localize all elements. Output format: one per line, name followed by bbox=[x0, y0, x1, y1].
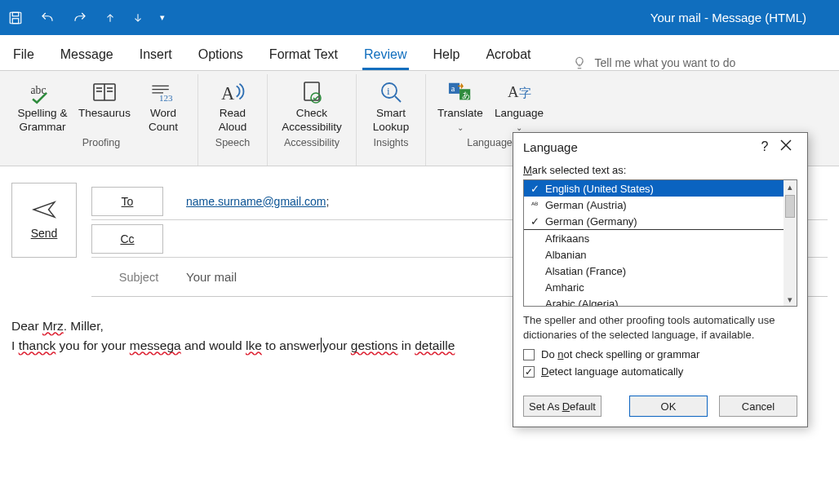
tab-insert[interactable]: Insert bbox=[138, 42, 174, 70]
language-option[interactable]: ✓ German (Germany) bbox=[524, 213, 784, 229]
detect-checkbox-row[interactable]: Detect language automatically bbox=[523, 365, 797, 378]
customize-qat-icon[interactable]: ▾ bbox=[160, 12, 165, 23]
word-count-button[interactable]: 123 WordCount bbox=[134, 74, 193, 135]
nocheck-checkbox-row[interactable]: Do not check spelling or grammar bbox=[523, 348, 797, 360]
language-option[interactable]: Alsatian (France) bbox=[524, 263, 784, 279]
scroll-down-icon[interactable]: ▾ bbox=[788, 293, 792, 306]
save-icon[interactable] bbox=[8, 11, 23, 25]
ribbon-group-insights: i SmartLookup Insights bbox=[357, 74, 426, 166]
scrollbar[interactable]: ▴ ▾ bbox=[784, 180, 797, 306]
window-title: Your mail - Message (HTML) bbox=[650, 11, 806, 24]
down-arrow-icon[interactable] bbox=[132, 11, 144, 25]
dialog-titlebar: Language ? bbox=[513, 133, 807, 161]
language-option[interactable]: ᴬᴮ German (Austria) bbox=[524, 197, 784, 213]
read-aloud-button[interactable]: A ReadAloud bbox=[203, 74, 262, 135]
dialog-buttons: Set As Default OK Cancel bbox=[513, 392, 807, 427]
spellcheck-icon: ✓ bbox=[529, 215, 540, 228]
dialog-title: Language bbox=[523, 140, 578, 154]
spellcheck-icon: ✓ bbox=[529, 183, 540, 195]
svg-rect-1 bbox=[12, 12, 19, 16]
cc-button[interactable]: Cc bbox=[91, 224, 163, 254]
quick-access-toolbar: ▾ bbox=[8, 11, 165, 25]
ribbon-group-speech: A ReadAloud Speech bbox=[198, 74, 268, 166]
close-icon bbox=[780, 139, 792, 151]
svg-text:A: A bbox=[221, 83, 235, 104]
thesaurus-button[interactable]: Thesaurus bbox=[75, 74, 134, 135]
cancel-button[interactable]: Cancel bbox=[719, 396, 797, 417]
lightbulb-icon bbox=[572, 55, 587, 70]
redo-icon[interactable] bbox=[72, 11, 88, 25]
svg-text:a: a bbox=[451, 84, 455, 93]
checkbox-unchecked-icon[interactable] bbox=[523, 349, 535, 360]
title-bar: ▾ Your mail - Message (HTML) bbox=[0, 0, 839, 35]
language-dialog: Language ? Mark selected text as: ✓ Engl… bbox=[513, 132, 808, 427]
checkbox-checked-icon[interactable] bbox=[523, 366, 535, 378]
tab-file[interactable]: File bbox=[11, 42, 36, 70]
up-arrow-icon[interactable] bbox=[104, 11, 116, 25]
send-button[interactable]: Send bbox=[11, 183, 77, 258]
tell-me-search[interactable]: Tell me what you want to do bbox=[572, 55, 736, 70]
chevron-down-icon: ⌄ bbox=[516, 123, 522, 132]
nocheck-label: Do not check spelling or grammar bbox=[541, 348, 699, 360]
send-icon bbox=[32, 201, 56, 219]
ok-button[interactable]: OK bbox=[629, 396, 708, 417]
tab-acrobat[interactable]: Acrobat bbox=[484, 42, 532, 70]
tell-me-placeholder: Tell me what you want to do bbox=[595, 56, 736, 69]
smart-lookup-button[interactable]: i SmartLookup bbox=[362, 74, 420, 135]
check-accessibility-button[interactable]: CheckAccessibility bbox=[273, 74, 351, 135]
ribbon-group-accessibility: CheckAccessibility Accessibility bbox=[268, 74, 357, 166]
group-label-accessibility: Accessibility bbox=[273, 135, 351, 153]
svg-text:123: 123 bbox=[159, 93, 173, 103]
help-button[interactable]: ? bbox=[755, 139, 775, 154]
svg-rect-2 bbox=[12, 18, 19, 23]
svg-text:i: i bbox=[387, 85, 390, 97]
set-default-button[interactable]: Set As Default bbox=[523, 396, 602, 417]
svg-text:A: A bbox=[508, 83, 519, 100]
language-option-selected[interactable]: ✓ English (United States) bbox=[524, 180, 784, 197]
undo-icon[interactable] bbox=[39, 11, 55, 25]
language-option[interactable]: Albanian bbox=[524, 246, 784, 263]
subject-field[interactable]: Your mail bbox=[186, 270, 237, 284]
svg-text:字: 字 bbox=[519, 86, 531, 99]
close-button[interactable] bbox=[775, 139, 797, 154]
mark-selected-label: Mark selected text as: bbox=[523, 164, 797, 176]
tab-options[interactable]: Options bbox=[197, 42, 245, 70]
spellcheck-icon: ᴬᴮ bbox=[529, 201, 540, 210]
dialog-description: The speller and other proofing tools aut… bbox=[523, 313, 797, 342]
scroll-thumb[interactable] bbox=[785, 195, 795, 218]
translate-button[interactable]: aあ Translate⌄ bbox=[431, 74, 490, 135]
tab-review[interactable]: Review bbox=[362, 42, 408, 70]
detect-label: Detect language automatically bbox=[541, 365, 683, 378]
svg-text:あ: あ bbox=[462, 91, 470, 99]
to-button[interactable]: To bbox=[91, 187, 163, 216]
svg-rect-0 bbox=[10, 12, 21, 24]
tab-message[interactable]: Message bbox=[59, 42, 115, 70]
group-label-insights: Insights bbox=[362, 135, 420, 153]
language-option[interactable]: Arabic (Algeria) bbox=[524, 295, 784, 306]
tab-format-text[interactable]: Format Text bbox=[268, 42, 340, 70]
to-field[interactable]: name.surname@gmail.com; bbox=[186, 195, 329, 208]
language-listbox[interactable]: ✓ English (United States) ᴬᴮ German (Aus… bbox=[523, 179, 797, 307]
ribbon-group-proofing: abc Spelling &Grammar Thesaurus 123 Word… bbox=[5, 74, 198, 166]
svg-text:abc: abc bbox=[31, 84, 47, 96]
tab-help[interactable]: Help bbox=[432, 42, 462, 70]
svg-line-18 bbox=[395, 96, 401, 102]
language-option[interactable]: Amharic bbox=[524, 279, 784, 295]
subject-label: Subject bbox=[91, 271, 186, 284]
language-option[interactable]: Afrikaans bbox=[524, 230, 784, 246]
ribbon-tabs: File Message Insert Options Format Text … bbox=[0, 35, 839, 71]
send-label: Send bbox=[31, 227, 58, 240]
scroll-up-icon[interactable]: ▴ bbox=[788, 180, 792, 193]
group-label-proofing: Proofing bbox=[10, 135, 193, 153]
chevron-down-icon: ⌄ bbox=[457, 123, 464, 132]
spelling-grammar-button[interactable]: abc Spelling &Grammar bbox=[10, 74, 75, 135]
language-button[interactable]: A字 Language⌄ bbox=[490, 74, 548, 135]
group-label-speech: Speech bbox=[203, 135, 262, 153]
